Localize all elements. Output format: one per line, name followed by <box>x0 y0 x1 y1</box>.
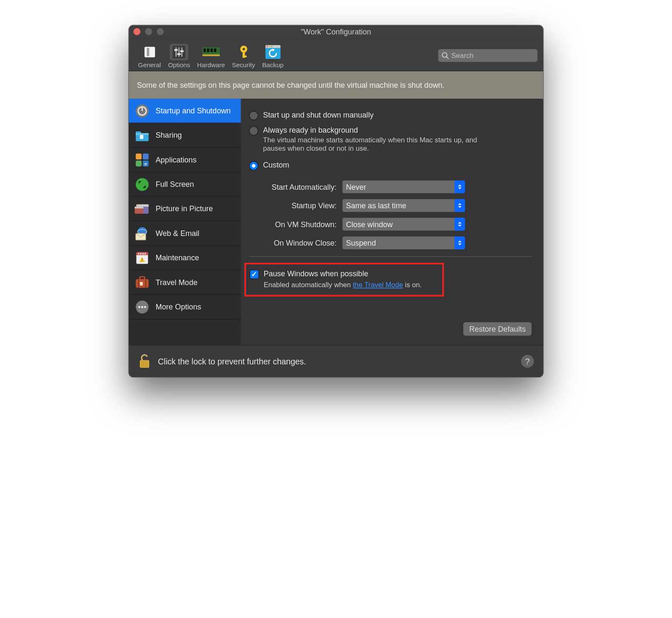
help-button[interactable]: ? <box>521 355 534 368</box>
svg-point-23 <box>271 46 273 47</box>
svg-rect-1 <box>147 48 149 56</box>
svg-rect-8 <box>180 50 184 52</box>
toolbar: General Options Hardware Security Backup <box>129 38 543 71</box>
form-label: Start Automatically: <box>267 183 343 191</box>
svg-point-41 <box>137 204 138 205</box>
highlighted-region: Pause Windows when possible Enabled auto… <box>244 263 444 297</box>
svg-rect-0 <box>144 47 155 57</box>
sidebar-item-label: Full Screen <box>155 180 194 189</box>
sidebar-item-startup-shutdown[interactable]: Startup and Shutdown <box>129 99 241 123</box>
warning-banner: Some of the settings on this page cannot… <box>129 71 543 99</box>
sliders-icon <box>170 44 188 60</box>
radio-label: Custom <box>263 160 289 169</box>
fullscreen-icon <box>134 177 150 192</box>
toolbar-label: Security <box>232 61 255 68</box>
row-window-close: On Window Close: Suspend <box>267 236 532 249</box>
toolbar-backup[interactable]: Backup <box>259 42 287 70</box>
sidebar-item-label: More Options <box>155 302 201 311</box>
suitcase-icon <box>134 275 150 290</box>
svg-point-24 <box>442 52 447 57</box>
svg-text:!: ! <box>142 257 143 262</box>
chevron-updown-icon <box>454 236 465 249</box>
chevron-updown-icon <box>454 181 465 194</box>
toolbar-general[interactable]: General <box>134 42 164 70</box>
select-vm-shutdown[interactable]: Close window <box>342 218 465 231</box>
svg-rect-49 <box>140 252 141 254</box>
toolbar-label: Backup <box>262 61 284 68</box>
svg-rect-30 <box>140 135 143 139</box>
sidebar-item-label: Startup and Shutdown <box>155 106 231 115</box>
toolbar-hardware[interactable]: Hardware <box>194 42 228 70</box>
ram-icon <box>202 44 220 60</box>
sidebar-item-pip[interactable]: Picture in Picture <box>129 197 241 221</box>
radio-description: The virtual machine starts automatically… <box>263 136 485 152</box>
select-startup-view[interactable]: Same as last time <box>342 199 465 212</box>
sidebar-item-fullscreen[interactable]: Full Screen <box>129 172 241 196</box>
svg-rect-10 <box>203 49 206 52</box>
svg-rect-29 <box>136 133 149 134</box>
select-start-automatically[interactable]: Never <box>342 181 465 194</box>
separator <box>249 256 532 257</box>
travel-mode-link[interactable]: the Travel Mode <box>353 281 403 289</box>
sidebar: Startup and Shutdown Sharing e Applicati… <box>129 99 241 345</box>
radio-icon <box>249 111 258 120</box>
svg-rect-52 <box>145 252 146 254</box>
sidebar-item-label: Sharing <box>155 131 181 140</box>
config-window: "Work" Configuration General Options Har… <box>129 25 543 377</box>
search-input[interactable] <box>452 52 534 60</box>
svg-rect-11 <box>207 49 210 52</box>
svg-rect-50 <box>142 252 142 254</box>
toolbar-label: Hardware <box>197 61 225 68</box>
pip-icon <box>134 201 150 216</box>
chevron-updown-icon <box>454 199 465 212</box>
checkbox-pause-windows[interactable]: Pause Windows when possible <box>249 269 436 278</box>
svg-rect-3 <box>176 47 177 57</box>
web-email-icon <box>134 225 150 241</box>
key-icon <box>234 44 253 60</box>
lock-text: Click the lock to prevent further change… <box>158 357 306 366</box>
radio-manual[interactable]: Start up and shut down manually <box>249 110 532 120</box>
lock-button[interactable] <box>138 354 151 369</box>
sidebar-item-label: Travel Mode <box>155 278 197 287</box>
content-panel: Start up and shut down manually Always r… <box>241 99 543 345</box>
sidebar-item-maintenance[interactable]: ! Maintenance <box>129 246 241 270</box>
svg-point-60 <box>138 306 140 308</box>
more-icon <box>134 299 150 314</box>
restore-defaults-button[interactable]: Restore Defaults <box>463 322 531 336</box>
row-startup-view: Startup View: Same as last time <box>267 199 532 212</box>
radio-always-ready[interactable]: Always ready in background The virtual m… <box>249 126 532 152</box>
sidebar-item-web-email[interactable]: Web & Email <box>129 221 241 246</box>
form-label: Startup View: <box>267 201 343 210</box>
sidebar-item-sharing[interactable]: Sharing <box>129 123 241 148</box>
sidebar-item-label: Applications <box>155 155 196 164</box>
radio-icon <box>249 161 258 170</box>
svg-point-43 <box>139 204 140 205</box>
toolbar-security[interactable]: Security <box>228 42 259 70</box>
sidebar-item-travel-mode[interactable]: Travel Mode <box>129 270 241 295</box>
unlocked-lock-icon <box>138 354 151 369</box>
apps-icon: e <box>134 152 150 167</box>
toolbar-label: Options <box>168 61 190 68</box>
svg-rect-4 <box>178 47 180 57</box>
select-window-close[interactable]: Suspend <box>342 236 465 249</box>
svg-rect-28 <box>142 106 143 111</box>
form-label: On VM Shutdown: <box>267 220 343 229</box>
select-value: Close window <box>346 220 393 229</box>
sidebar-item-more-options[interactable]: More Options <box>129 295 241 319</box>
svg-rect-55 <box>138 279 139 288</box>
toolbar-options[interactable]: Options <box>165 42 194 70</box>
svg-rect-32 <box>143 153 149 159</box>
power-icon <box>134 103 150 118</box>
svg-rect-56 <box>145 279 146 288</box>
search-field[interactable] <box>438 49 537 62</box>
sidebar-item-label: Web & Email <box>155 229 199 238</box>
folder-icon <box>134 128 150 143</box>
svg-rect-57 <box>140 276 144 279</box>
row-start-automatically: Start Automatically: Never <box>267 181 532 194</box>
row-vm-shutdown: On VM Shutdown: Close window <box>267 218 532 231</box>
radio-custom[interactable]: Custom <box>249 160 532 170</box>
svg-rect-12 <box>210 49 213 52</box>
switch-icon <box>140 44 159 60</box>
sidebar-item-applications[interactable]: e Applications <box>129 148 241 172</box>
svg-rect-14 <box>202 55 220 56</box>
